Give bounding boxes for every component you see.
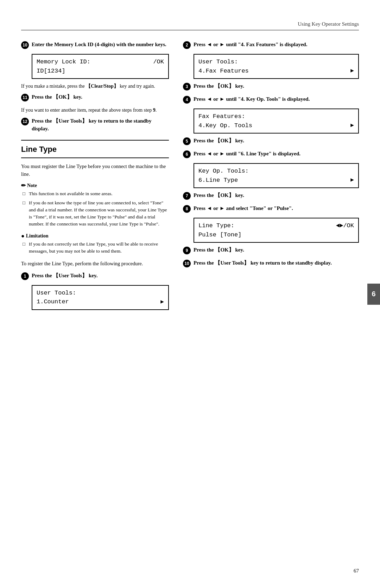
right-column: 2 Press ◄ or ► until "4. Fax Features" i… — [183, 41, 359, 314]
step-num-1: 1 — [21, 272, 29, 280]
lcd-line-1b: /OK — [153, 57, 164, 67]
helper-text-1: If you make a mistake, press the 【Clear/… — [21, 82, 169, 90]
step-3: 3 Press the 【OK】 key. — [183, 82, 359, 91]
lcd3-row2: 4.Key Op. Tools ▶ — [198, 121, 354, 130]
limitation-block: ● Limitation □ If you do not correctly s… — [21, 233, 169, 255]
step-8: 8 Press ◄ or ► and select "Tone" or "Pul… — [183, 205, 359, 213]
lcd5-ok: ◄►/OK — [336, 221, 354, 230]
lcd4-line2: 6.Line Type — [198, 176, 238, 185]
step-9: 9 Press the 【OK】 key. — [183, 246, 359, 254]
limitation-content-1: If you do not correctly set the Line Typ… — [29, 241, 169, 255]
step-num-4: 4 — [183, 96, 191, 104]
limitation-title-text: Limitation — [26, 233, 49, 239]
lcd-display-bottom: User Tools: 1.Counter ▶ — [32, 285, 169, 310]
lcd2-arrow: ▶ — [350, 67, 354, 75]
note-item-1: □ This function is not available in some… — [21, 190, 169, 197]
lcd3-arrow: ▶ — [350, 121, 354, 130]
lcd-display-5: Line Type: ◄►/OK Pulse [Tone] — [194, 218, 359, 243]
lcd2-row1: User Tools: — [198, 57, 354, 67]
note-block: ✏ Note □ This function is not available … — [21, 182, 169, 228]
left-column: 10 Enter the Memory Lock ID (4-digits) w… — [21, 41, 169, 314]
step-10-left: 10 Enter the Memory Lock ID (4-digits) w… — [21, 41, 169, 49]
note-content-1: This function is not available in some a… — [29, 190, 113, 197]
step-4: 4 Press ◄ or ► until "4. Key Op. Tools" … — [183, 95, 359, 104]
step-5: 5 Press the 【OK】 key. — [183, 137, 359, 145]
step-6-text: Press ◄ or ► until "6. Line Type" is dis… — [194, 150, 300, 158]
lcd3-line1: Fax Features: — [198, 112, 245, 121]
step-12: 12 Press the 【User Tools】 key to return … — [21, 117, 169, 133]
step-10-text: Enter the Memory Lock ID (4-digits) with… — [32, 41, 166, 49]
step-3-text: Press the 【OK】 key. — [194, 82, 244, 90]
key-clearstop: 【Clear/Stop】 — [86, 83, 119, 89]
header-title: Using Key Operator Settings — [298, 21, 359, 27]
note-content-2: If you do not know the type of line you … — [29, 199, 169, 228]
step-num-11: 11 — [21, 94, 29, 101]
lcd-display-4: Key Op. Tools: 6.Line Type ▶ — [194, 163, 359, 188]
lcd3-row1: Fax Features: — [198, 112, 354, 121]
limitation-title: ● Limitation — [21, 233, 169, 239]
lcd-bottom-row-1: User Tools: — [37, 289, 164, 298]
note-title-text: Note — [27, 183, 37, 188]
lcd2-line1: User Tools: — [198, 57, 238, 67]
step-num-2: 2 — [183, 41, 191, 49]
two-col-layout: 10 Enter the Memory Lock ID (4-digits) w… — [21, 41, 359, 314]
step-5-text: Press the 【OK】 key. — [194, 137, 244, 145]
step-10-right: 10 Press the 【User Tools】 key to return … — [183, 259, 359, 267]
lcd5-row2: Pulse [Tone] — [198, 230, 354, 240]
lcd5-row1: Line Type: ◄►/OK — [198, 221, 354, 230]
step-num-5: 5 — [183, 137, 191, 145]
step-11-text: Press the 【OK】 key. — [32, 93, 82, 101]
lcd-bottom-line2: 1.Counter — [37, 297, 69, 307]
step-num-10r: 10 — [183, 260, 191, 267]
step-4-text: Press ◄ or ► until "4. Key Op. Tools" is… — [194, 95, 310, 103]
limitation-bullet-1: □ — [23, 241, 27, 247]
section-intro: You must register the Line Type before y… — [21, 162, 169, 178]
note-title: ✏ Note — [21, 182, 169, 189]
lcd-bottom-line1: User Tools: — [37, 289, 76, 298]
limitation-item-1: □ If you do not correctly set the Line T… — [21, 241, 169, 255]
helper-text-2: If you want to enter another item, repea… — [21, 106, 169, 114]
step-num-6: 6 — [183, 150, 191, 158]
lcd-line-1a: Memory Lock ID: — [37, 57, 90, 67]
lcd5-line2: Pulse [Tone] — [198, 230, 241, 240]
note-bullet-2: □ — [23, 200, 27, 206]
side-tab: 6 — [367, 284, 380, 305]
step-7-text: Press the 【OK】 key. — [194, 192, 244, 199]
section-heading-line-type: Line Type — [21, 145, 169, 154]
step-num-9: 9 — [183, 247, 191, 254]
lcd4-row1: Key Op. Tools: — [198, 167, 354, 176]
step-num-3: 3 — [183, 83, 191, 91]
step-6: 6 Press ◄ or ► until "6. Line Type" is d… — [183, 150, 359, 158]
step-1-text: Press the 【User Tools】 key. — [32, 272, 97, 280]
step-num-12: 12 — [21, 118, 29, 125]
lcd-bottom-arrow: ▶ — [160, 298, 164, 306]
lcd4-row2: 6.Line Type ▶ — [198, 176, 354, 185]
note-icon: ✏ — [21, 182, 26, 189]
step-11: 11 Press the 【OK】 key. — [21, 93, 169, 101]
lcd2-row2: 4.Fax Features ▶ — [198, 67, 354, 76]
step-9-text: Press the 【OK】 key. — [194, 246, 244, 254]
lcd-bottom-row-2: 1.Counter ▶ — [37, 297, 164, 307]
limitation-icon: ● — [21, 233, 25, 239]
section-rule — [21, 140, 169, 141]
lcd-display-2: User Tools: 4.Fax Features ▶ — [194, 54, 359, 79]
lcd4-line1: Key Op. Tools: — [198, 167, 249, 176]
lcd-row-2: ID[1234] — [37, 67, 164, 76]
lcd5-line1: Line Type: — [198, 221, 234, 230]
step-1: 1 Press the 【User Tools】 key. — [21, 272, 169, 280]
page-header: Using Key Operator Settings — [21, 21, 359, 30]
section-rule-2 — [21, 157, 169, 158]
page-container: Using Key Operator Settings 10 Enter the… — [0, 0, 380, 588]
follow-text: To register the Line Type, perform the f… — [21, 260, 169, 267]
page-number: 67 — [354, 568, 359, 574]
step-12-text: Press the 【User Tools】 key to return to … — [32, 117, 169, 133]
lcd-row-1: Memory Lock ID: /OK — [37, 57, 164, 67]
lcd-display-3: Fax Features: 4.Key Op. Tools ▶ — [194, 109, 359, 134]
step-8-text: Press ◄ or ► and select "Tone" or "Pulse… — [194, 205, 293, 212]
note-item-2: □ If you do not know the type of line yo… — [21, 199, 169, 228]
step-num-7: 7 — [183, 192, 191, 200]
lcd2-line2: 4.Fax Features — [198, 67, 249, 76]
step-2: 2 Press ◄ or ► until "4. Fax Features" i… — [183, 41, 359, 49]
step-num-10: 10 — [21, 41, 29, 49]
lcd3-line2: 4.Key Op. Tools — [198, 121, 252, 130]
